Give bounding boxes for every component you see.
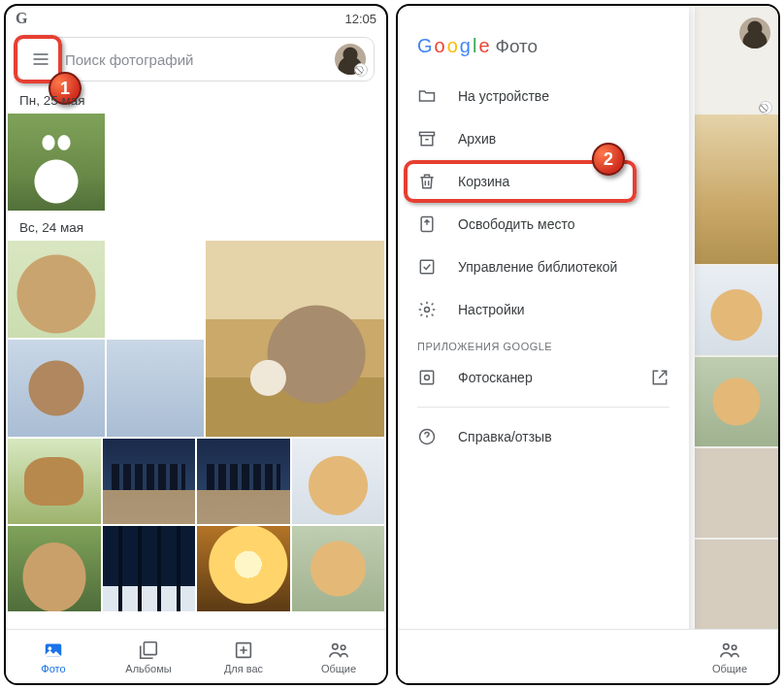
nav-label: Альбомы [125, 663, 171, 674]
svg-point-13 [724, 643, 730, 649]
nav-label: Для вас [224, 663, 263, 674]
svg-rect-2 [144, 641, 156, 654]
photo-thumbnail[interactable] [695, 448, 778, 538]
drawer-item-archive[interactable]: Архив [398, 117, 689, 160]
nav-label: Общие [321, 663, 356, 674]
photo-thumbnail[interactable] [107, 340, 204, 437]
drawer-item-library-management[interactable]: Управление библиотекой [398, 246, 689, 288]
nav-for-you[interactable]: Для вас [196, 630, 291, 683]
nav-shared[interactable]: Общие [695, 640, 765, 674]
drawer-item-photoscan[interactable]: Фотосканер [398, 356, 689, 399]
svg-point-4 [333, 643, 339, 649]
drawer-item-free-up-space[interactable]: Освободить место [398, 203, 689, 246]
photo-thumbnail[interactable] [197, 526, 290, 611]
free-space-icon [417, 214, 437, 234]
bottom-nav-peek: Общие [398, 629, 778, 683]
sync-off-icon: ⃠ [354, 63, 368, 77]
library-icon [417, 257, 437, 277]
svg-point-5 [341, 644, 345, 649]
drawer-item-on-device[interactable]: На устройстве [398, 75, 689, 117]
svg-point-11 [425, 376, 430, 380]
drawer-item-label: Настройки [458, 302, 525, 317]
nav-drawer: Google Фото На устройстве Архив Корзина … [398, 6, 689, 683]
divider [417, 407, 670, 408]
gear-icon [417, 300, 437, 319]
drawer-item-label: Справка/отзыв [458, 429, 552, 444]
avatar-icon [739, 17, 770, 49]
drawer-item-label: Освободить место [458, 216, 575, 232]
sync-off-icon: ⃠ [759, 101, 772, 115]
account-avatar-button[interactable]: ⃠ [739, 17, 770, 113]
drawer-item-label: Корзина [458, 174, 509, 189]
drawer-section-label: ПРИЛОЖЕНИЯ GOOGLE [398, 331, 689, 356]
photo-thumbnail[interactable] [103, 526, 196, 611]
photo-thumbnail[interactable] [8, 114, 105, 211]
nav-photos[interactable]: Фото [6, 630, 101, 683]
drawer-item-label: Фотосканер [458, 370, 533, 385]
drawer-item-settings[interactable]: Настройки [398, 288, 689, 331]
svg-point-1 [49, 646, 52, 650]
drawer-item-trash[interactable]: Корзина [398, 160, 689, 203]
folder-icon [417, 86, 437, 106]
photo-thumbnail[interactable] [695, 357, 778, 446]
date-header: Вс, 24 мая [6, 211, 386, 241]
background-peek: ⃠ [695, 6, 778, 629]
photo-thumbnail[interactable] [8, 340, 105, 437]
photo-thumbnail[interactable] [8, 526, 101, 611]
photo-thumbnail[interactable] [695, 540, 778, 629]
bottom-nav: Фото Альбомы Для вас Общие [6, 629, 386, 683]
svg-point-14 [732, 644, 736, 649]
photo-thumbnail[interactable] [8, 439, 101, 524]
status-time: 12:05 [344, 12, 376, 26]
external-link-icon [650, 368, 670, 387]
svg-rect-10 [420, 371, 433, 383]
status-bar: G 12:05 [6, 6, 386, 31]
scanner-icon [417, 368, 437, 387]
nav-label: Фото [41, 663, 65, 674]
photo-scroll-area[interactable]: Пн, 25 мая Вс, 24 мая [6, 83, 386, 629]
hamburger-menu-button[interactable] [26, 45, 55, 74]
drawer-brand: Google Фото [398, 21, 689, 75]
svg-rect-6 [420, 132, 435, 135]
search-row: Поиск фотографий ⃠ 1 [6, 31, 386, 87]
nav-albums[interactable]: Альбомы [101, 630, 196, 683]
drawer-brand-suffix: Фото [496, 36, 539, 57]
help-icon [417, 427, 437, 446]
svg-rect-8 [420, 260, 433, 273]
callout-badge-2: 2 [592, 143, 625, 176]
photo-thumbnail[interactable] [292, 526, 385, 611]
drawer-item-help[interactable]: Справка/отзыв [398, 415, 689, 458]
trash-icon [417, 172, 437, 191]
google-g-icon: G [16, 10, 27, 27]
account-avatar-button[interactable]: ⃠ [335, 44, 366, 75]
archive-icon [417, 129, 437, 148]
photo-thumbnail[interactable] [8, 241, 105, 338]
photo-thumbnail[interactable] [695, 266, 778, 355]
photo-thumbnail[interactable] [206, 241, 384, 437]
drawer-item-label: Архив [458, 131, 496, 147]
phone-right-drawer: G 12:05 ⃠ Google Фото На устройстве Архи… [396, 4, 780, 685]
nav-shared[interactable]: Общие [291, 630, 386, 683]
photo-thumbnail[interactable] [292, 439, 385, 524]
phone-left-main: G 12:05 Поиск фотографий ⃠ 1 Пн, 25 мая … [4, 4, 388, 685]
drawer-item-label: На устройстве [458, 88, 549, 104]
photo-thumbnail[interactable] [197, 439, 290, 524]
photo-thumbnail[interactable] [103, 439, 196, 524]
date-header: Пн, 25 мая [6, 83, 386, 114]
svg-point-9 [425, 308, 430, 312]
nav-label: Общие [712, 663, 747, 674]
photo-thumbnail[interactable] [695, 115, 778, 264]
search-placeholder: Поиск фотографий [65, 51, 325, 68]
drawer-item-label: Управление библиотекой [458, 259, 617, 275]
